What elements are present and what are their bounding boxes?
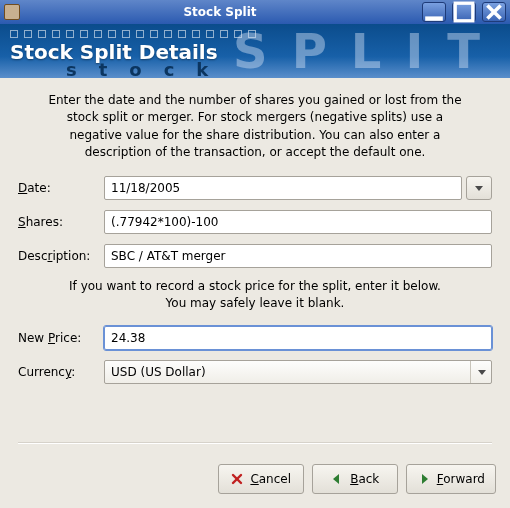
svg-marker-8 [333, 474, 339, 484]
banner-squares [10, 30, 256, 38]
form-lower: New Price: Currency: USD (US Dollar) [18, 326, 492, 384]
shares-field[interactable] [104, 210, 492, 234]
button-bar: Cancel Back Forward [0, 464, 510, 508]
svg-marker-5 [478, 370, 486, 375]
currency-value: USD (US Dollar) [111, 365, 470, 379]
cancel-label: Cancel [250, 472, 291, 486]
app-icon [4, 4, 20, 20]
back-button[interactable]: Back [312, 464, 398, 494]
currency-label: Currency: [18, 365, 96, 379]
new-price-field[interactable] [104, 326, 492, 350]
content: Enter the date and the number of shares … [0, 78, 510, 464]
date-picker-button[interactable] [466, 176, 492, 200]
cancel-button[interactable]: Cancel [218, 464, 304, 494]
intro-text: Enter the date and the number of shares … [18, 92, 492, 176]
close-button[interactable] [482, 2, 506, 22]
maximize-button[interactable] [452, 2, 476, 22]
forward-button[interactable]: Forward [406, 464, 496, 494]
chevron-down-icon [474, 183, 484, 193]
mid-text: If you want to record a stock price for … [18, 268, 492, 327]
forward-icon [417, 472, 431, 486]
banner-heading: Stock Split Details [10, 40, 218, 64]
cancel-icon [230, 472, 244, 486]
banner-watermark: SPLIT [233, 24, 504, 78]
svg-marker-9 [422, 474, 428, 484]
new-price-label: New Price: [18, 331, 96, 345]
window-title: Stock Split [24, 5, 416, 19]
forward-label: Forward [437, 472, 485, 486]
svg-rect-1 [455, 3, 473, 21]
currency-select[interactable]: USD (US Dollar) [104, 360, 492, 384]
form-upper: Date: Shares: Description: [18, 176, 492, 268]
date-row [104, 176, 492, 200]
titlebar: Stock Split [0, 0, 510, 24]
date-label: Date: [18, 181, 96, 195]
svg-marker-4 [475, 186, 483, 191]
description-field[interactable] [104, 244, 492, 268]
back-label: Back [350, 472, 379, 486]
back-icon [330, 472, 344, 486]
chevron-down-icon [470, 361, 487, 383]
window: Stock Split SPLIT Stock Split Details st… [0, 0, 510, 508]
banner: SPLIT Stock Split Details stock [0, 24, 510, 78]
shares-label: Shares: [18, 215, 96, 229]
separator [18, 442, 492, 444]
spacer [18, 384, 492, 428]
svg-rect-0 [425, 16, 443, 20]
minimize-button[interactable] [422, 2, 446, 22]
date-field[interactable] [104, 176, 462, 200]
description-label: Description: [18, 249, 96, 263]
